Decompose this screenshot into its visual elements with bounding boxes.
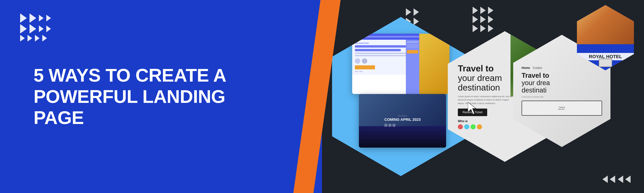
mock-side-text-3 bbox=[407, 46, 418, 47]
device-frame-label: Travel toyour dre... bbox=[558, 106, 566, 110]
arrow-left-group-2 bbox=[618, 176, 630, 183]
arrow-row-3 bbox=[20, 35, 51, 41]
device-nav-guides: Guides bbox=[533, 66, 542, 70]
mock-card-marketing: B2B MARKETING bbox=[352, 34, 450, 94]
device-travel-line3: destinati bbox=[522, 86, 546, 94]
arrow-center-5 bbox=[480, 16, 486, 23]
mock-side-text-1 bbox=[407, 41, 418, 43]
mock-side-text-2 bbox=[407, 44, 418, 45]
travel-line2: your dream bbox=[458, 73, 502, 83]
cursor-icon bbox=[468, 102, 478, 114]
hex-royal-container: ROYAL HOTEL bbox=[577, 5, 634, 70]
arrow-left-4 bbox=[625, 176, 630, 183]
mock-card-coming: dino gluteus COMING APRIL 2023 bbox=[359, 94, 446, 148]
arrows-decoration-top-left bbox=[20, 13, 51, 41]
mock-side-panel bbox=[406, 40, 419, 94]
arrow-icon-12 bbox=[42, 35, 47, 41]
arrow-icon-9 bbox=[20, 35, 25, 41]
device-travel-line2: your drea bbox=[522, 79, 550, 86]
travel-line1: Travel to bbox=[458, 63, 494, 73]
dot-green bbox=[470, 124, 476, 129]
arrow-center-3 bbox=[488, 7, 494, 14]
social-icon-3 bbox=[392, 124, 396, 127]
arrows-center-top bbox=[472, 7, 494, 32]
arrow-row-2 bbox=[20, 24, 51, 33]
social-icon-2 bbox=[388, 124, 392, 127]
dot-orange bbox=[477, 124, 482, 129]
hex-royal-shape: ROYAL HOTEL bbox=[577, 5, 634, 70]
social-icon-1 bbox=[384, 124, 388, 127]
arrows-bottom-right bbox=[602, 176, 630, 183]
arrow-center-4 bbox=[472, 16, 478, 23]
travel-description: Lorem ipsum et amet, consectetur adipisc… bbox=[458, 95, 515, 105]
dot-red bbox=[458, 124, 463, 129]
arrow-center-6 bbox=[488, 16, 494, 23]
arrow-left-3 bbox=[618, 176, 623, 183]
mock-dot-3 bbox=[361, 36, 363, 38]
arrow-icon-11 bbox=[35, 35, 40, 41]
heading-line2: POWERFUL LANDING PAGE bbox=[34, 86, 225, 128]
arrow-icon-4 bbox=[46, 15, 51, 21]
device-travel-desc: Lorem ipsum et amet nulla bbox=[522, 95, 602, 98]
arrow-left-group-1 bbox=[602, 176, 615, 183]
arrow-icon-1 bbox=[20, 13, 27, 23]
mock-image-placeholder bbox=[419, 34, 450, 94]
left-section: 5 WAYS TO CREATE A POWERFUL LANDING PAGE bbox=[0, 0, 322, 193]
arrow-icon-7 bbox=[39, 25, 44, 32]
device-travel-line1: Travel to bbox=[522, 72, 549, 79]
mock-dot-1 bbox=[354, 36, 356, 38]
arrow-center-1 bbox=[472, 7, 478, 14]
travel-line3: destination bbox=[458, 83, 500, 92]
arrow-icon-6 bbox=[30, 24, 36, 33]
mock-avatar-2 bbox=[362, 58, 367, 64]
mock-dot-2 bbox=[358, 36, 360, 38]
arrow-left-2 bbox=[610, 176, 615, 183]
device-frame: Travel toyour dre... bbox=[522, 101, 602, 116]
mock-icon-2 bbox=[359, 71, 362, 72]
arrow-row-1 bbox=[20, 13, 51, 23]
arrow-icon-8 bbox=[46, 25, 51, 32]
right-section: B2B MARKETING bbox=[322, 0, 644, 193]
mock-avatar-1 bbox=[355, 58, 360, 64]
monitor-icon bbox=[599, 59, 612, 67]
arrow-mid-2 bbox=[414, 8, 419, 16]
arrow-left-1 bbox=[602, 176, 608, 183]
main-heading: 5 WAYS TO CREATE A POWERFUL LANDING PAGE bbox=[34, 65, 268, 128]
mock-icon-1 bbox=[355, 71, 358, 72]
royal-hotel-image bbox=[577, 5, 634, 44]
device-nav-home: Home bbox=[522, 66, 530, 70]
arrow-icon-2 bbox=[30, 13, 36, 23]
mock-title-bar-2 bbox=[355, 49, 401, 51]
coming-subtitle: dino gluteus bbox=[384, 115, 420, 117]
mock-cta-btn bbox=[355, 65, 375, 69]
arrow-mid-1 bbox=[406, 8, 411, 16]
arrow-icon-10 bbox=[28, 35, 32, 41]
arrow-icon-5 bbox=[20, 24, 27, 33]
coming-text-content: dino gluteus COMING APRIL 2023 bbox=[381, 112, 424, 130]
device-travel-heading: Travel to your drea destinati bbox=[522, 72, 602, 94]
coming-title: COMING APRIL 2023 bbox=[384, 117, 420, 122]
svg-marker-0 bbox=[468, 102, 476, 114]
coming-social-icons bbox=[384, 124, 420, 127]
mock-side-btn bbox=[407, 50, 418, 53]
heading-line1: 5 WAYS TO CREATE A bbox=[34, 65, 226, 85]
dot-blue bbox=[464, 124, 469, 129]
arrow-center-2 bbox=[480, 7, 486, 14]
arrow-icon-3 bbox=[39, 15, 44, 21]
